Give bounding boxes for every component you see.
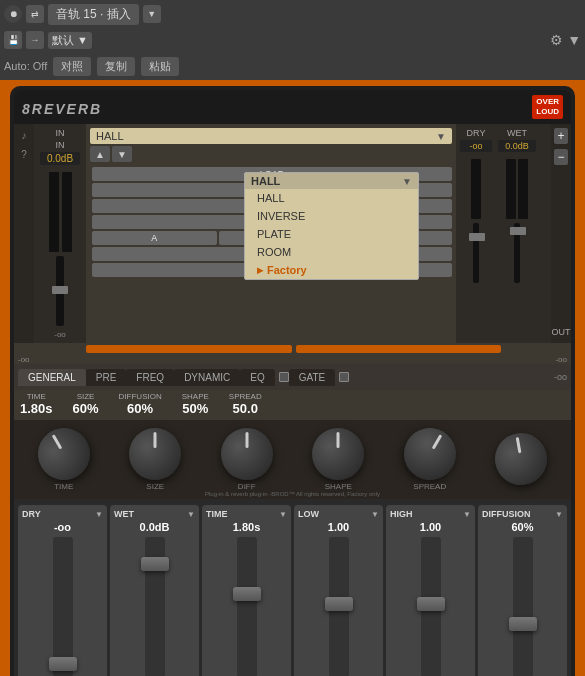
- eq-checkbox-wrap: [279, 372, 289, 382]
- dry-fader-thumb[interactable]: [49, 657, 77, 671]
- preset-row: HALL ▼: [90, 128, 452, 144]
- spread-value: 50.0: [233, 401, 258, 416]
- paste-button[interactable]: 粘贴: [141, 57, 179, 76]
- preset-prev-icon[interactable]: ▲: [90, 146, 110, 162]
- preset-item-hall[interactable]: HALL: [245, 189, 418, 207]
- channel-dry-arrow[interactable]: ▼: [95, 510, 103, 519]
- extra-knob[interactable]: [491, 428, 551, 488]
- preset-dropdown[interactable]: HALL ▼ HALL INVERSE PLATE ROOM Factory: [244, 172, 419, 280]
- low-fader-thumb[interactable]: [325, 597, 353, 611]
- dry-value: -oo: [460, 140, 492, 152]
- knob-time-label: TIME: [54, 482, 73, 491]
- nav-icon-1[interactable]: ♪: [17, 128, 31, 142]
- channel-dry-value: -oo: [54, 521, 71, 533]
- brand-badge: OVERLOUD: [532, 95, 563, 118]
- channel-high-arrow[interactable]: ▼: [463, 510, 471, 519]
- channel-wet-arrow[interactable]: ▼: [187, 510, 195, 519]
- dropdown-close-icon[interactable]: ▼: [402, 176, 412, 187]
- channel-high-value: 1.00: [420, 521, 441, 533]
- high-channel-fader[interactable]: [421, 537, 441, 676]
- shape-knob[interactable]: [312, 428, 364, 480]
- fader-channel-low: LOW ▼ 1.00: [294, 505, 383, 676]
- fader-channel-time: TIME ▼ 1.80s: [202, 505, 291, 676]
- copyright-text: Plug-in & reverb plug-in -BROD™ All righ…: [205, 491, 380, 497]
- preset-item-room[interactable]: ROOM: [245, 243, 418, 261]
- preset-next-icon[interactable]: ▼: [112, 146, 132, 162]
- channel-diffusion-value: 60%: [511, 521, 533, 533]
- knob-spread-label: SPREAD: [413, 482, 446, 491]
- orange-bar-left: [86, 345, 292, 353]
- tab-freq[interactable]: FREQ: [126, 369, 174, 386]
- time-fader-thumb[interactable]: [233, 587, 261, 601]
- tab-general[interactable]: GENERAL: [18, 369, 86, 386]
- channel-dry-label: DRY: [22, 509, 41, 519]
- preset-arrow-icon[interactable]: ▼: [436, 131, 446, 142]
- channel-low-arrow[interactable]: ▼: [371, 510, 379, 519]
- input-meter-right: [62, 172, 72, 252]
- size-knob[interactable]: [129, 428, 181, 480]
- default-select[interactable]: 默认 ▼: [48, 32, 92, 49]
- tab-eq[interactable]: EQ: [240, 369, 274, 386]
- diffusion-channel-fader[interactable]: [513, 537, 533, 676]
- spread-param: SPREAD 50.0: [229, 392, 262, 416]
- channel-time-arrow[interactable]: ▼: [279, 510, 287, 519]
- arrow-icon[interactable]: →: [26, 31, 44, 49]
- shape-label: SHAPE: [182, 392, 209, 401]
- in-label: IN: [56, 128, 65, 138]
- route-icon[interactable]: ⇄: [26, 5, 44, 23]
- high-fader-thumb[interactable]: [417, 597, 445, 611]
- eq-checkbox[interactable]: [279, 372, 289, 382]
- fader-channel-dry: DRY ▼ -oo: [18, 505, 107, 676]
- diffusion-knob[interactable]: [221, 428, 273, 480]
- a-button[interactable]: A: [92, 231, 217, 245]
- diffusion-value: 60%: [127, 401, 153, 416]
- knob-time-wrap: TIME: [38, 428, 90, 491]
- shape-param: SHAPE 50%: [182, 392, 209, 416]
- contrast-button[interactable]: 对照: [53, 57, 91, 76]
- save-file-icon[interactable]: 💾: [4, 31, 22, 49]
- dry-fader[interactable]: [473, 223, 479, 283]
- spread-label: SPREAD: [229, 392, 262, 401]
- channel-low-label: LOW: [298, 509, 319, 519]
- knob-diffusion-label: DIFF: [238, 482, 256, 491]
- wet-fader[interactable]: [514, 223, 520, 283]
- preset-item-inverse[interactable]: INVERSE: [245, 207, 418, 225]
- spread-knob[interactable]: [394, 418, 465, 489]
- channel-diffusion-arrow[interactable]: ▼: [555, 510, 563, 519]
- power-icon[interactable]: ⏺: [4, 5, 22, 23]
- wet-fader-thumb[interactable]: [141, 557, 169, 571]
- track-title[interactable]: 音轨 15 · 插入: [48, 4, 139, 25]
- input-meter-left: [49, 172, 59, 252]
- preset-item-plate[interactable]: PLATE: [245, 225, 418, 243]
- dropdown-arrow-icon[interactable]: ▼: [143, 5, 161, 23]
- preset-display[interactable]: HALL ▼: [90, 128, 452, 144]
- gear-icon[interactable]: ⚙ ▼: [550, 32, 581, 48]
- time-knob[interactable]: [28, 418, 99, 489]
- tab-dynamic[interactable]: DYNAMIC: [174, 369, 240, 386]
- nav-icon-2[interactable]: ?: [17, 147, 31, 161]
- low-channel-fader[interactable]: [329, 537, 349, 676]
- wet-label: WET: [507, 128, 527, 138]
- tab-gate[interactable]: GATE: [289, 369, 335, 386]
- toolbar: ⏺ ⇄ 音轨 15 · 插入 ▼ 💾 → 默认 ▼ ⚙ ▼ Auto: Off …: [0, 0, 585, 80]
- diffusion-fader-thumb[interactable]: [509, 617, 537, 631]
- fader-channels-row: DRY ▼ -oo WET ▼ 0.0dB: [18, 505, 567, 676]
- diffusion-param: DIFFUSION 60%: [119, 392, 162, 416]
- size-value: 60%: [73, 401, 99, 416]
- preset-item-factory[interactable]: Factory: [245, 261, 418, 279]
- time-channel-fader[interactable]: [237, 537, 257, 676]
- tab-pre[interactable]: PRE: [86, 369, 127, 386]
- gate-checkbox[interactable]: [339, 372, 349, 382]
- plus-button[interactable]: +: [554, 128, 568, 144]
- copy-button[interactable]: 复制: [97, 57, 135, 76]
- shape-value: 50%: [182, 401, 208, 416]
- channel-time-label: TIME: [206, 509, 228, 519]
- channel-diffusion-label: DIFFUSION: [482, 509, 531, 519]
- input-fader-left[interactable]: [56, 256, 64, 326]
- wet-channel-fader[interactable]: [145, 537, 165, 676]
- wet-value: 0.0dB: [498, 140, 536, 152]
- minus-button[interactable]: −: [554, 149, 568, 165]
- meter-readout: -oo: [554, 372, 567, 382]
- dry-channel-fader[interactable]: [53, 537, 73, 676]
- knob-size-wrap: SIZE: [129, 428, 181, 491]
